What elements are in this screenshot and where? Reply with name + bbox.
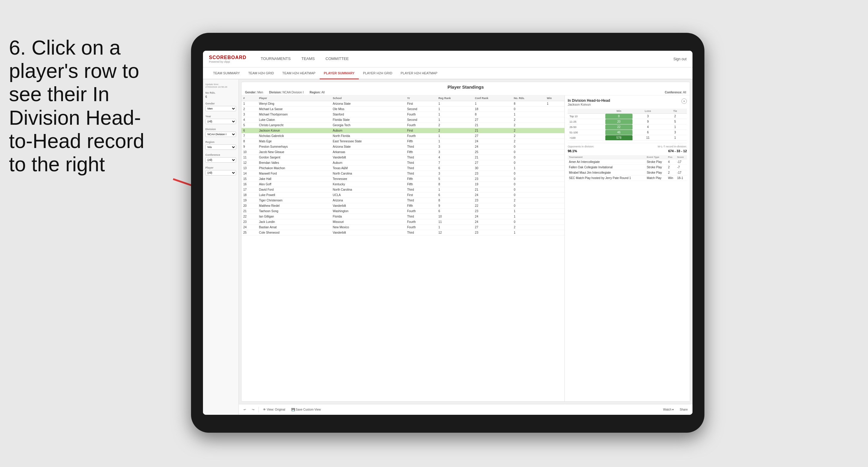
sidebar-update-time: Update time: 27/03/2024 16:56:26 (205, 83, 236, 88)
conference-select[interactable]: (All) (205, 157, 236, 163)
logo-powered: Powered by clippi (209, 60, 247, 63)
col-player: Player (257, 95, 331, 101)
sidebar-division: Division NCAA Division I (205, 128, 236, 137)
tournament-row: Fallen Oak Collegiate Invitational Strok… (568, 165, 687, 170)
sign-out-button[interactable]: Sign out (673, 57, 686, 61)
standings-header: Player Standings Gender: Men Division: N… (242, 82, 690, 95)
tab-player-h2h-heatmap[interactable]: PLAYER H2H HEATMAP (396, 67, 441, 80)
table-row[interactable]: 6 Jackson Koivun Auburn First 2 21 2 (242, 128, 564, 133)
table-row[interactable]: 9 Preston Summerhays Arizona State Third… (242, 144, 564, 150)
h2h-player-name: Jackson Koivun (568, 103, 610, 106)
table-row[interactable]: 14 Maxwell Ford North Carolina Third 3 2… (242, 171, 564, 176)
table-row[interactable]: 8 Mats Ege East Tennessee State Fifth 1 … (242, 139, 564, 144)
tab-team-summary[interactable]: TEAM SUMMARY (209, 67, 244, 80)
region-select[interactable]: N/a (205, 145, 236, 150)
h2h-title: In Division Head-to-Head (568, 98, 610, 103)
year-select[interactable]: (All) (205, 119, 236, 124)
tournament-row: Amer Ari Intercollegiate Stroke Play 4 -… (568, 159, 687, 165)
gender-select[interactable]: Men (205, 106, 236, 111)
tab-team-h2h-grid[interactable]: TEAM H2H GRID (244, 67, 278, 80)
table-row[interactable]: 21 Taehoon Song Washington Fourth 6 23 1 (242, 209, 564, 214)
table-row[interactable]: 15 Jake Hall Tennessee Fifth 5 23 0 (242, 176, 564, 182)
bottom-toolbar: ↩ ↪ 👁 View: Original 💾 Save Custom View … (239, 404, 692, 415)
watch-button[interactable]: Watch ▾ (661, 407, 676, 412)
nav-items: TOURNAMENTS TEAMS COMMITTEE (255, 51, 673, 67)
save-custom-button[interactable]: 💾 Save Custom View (289, 407, 323, 412)
table-row[interactable]: 22 Ian Gilligan Florida Third 10 24 1 (242, 214, 564, 219)
t-col-pos: Pos (667, 155, 676, 159)
table-row[interactable]: 5 Christo Lamprecht Georgia Tech Fourth … (242, 123, 564, 128)
table-row[interactable]: 12 Brendan Valles Auburn Third 7 27 0 (242, 160, 564, 166)
table-row[interactable]: 18 Luke Powell UCLA First 6 24 0 (242, 192, 564, 198)
wlt-value: 674 - 33 - 12 (668, 149, 687, 153)
standings-title: Player Standings (245, 85, 686, 90)
h2h-row: 26-50 22 4 1 (568, 124, 687, 130)
tab-player-h2h-grid[interactable]: PLAYER H2H GRID (359, 67, 396, 80)
tab-team-h2h-heatmap[interactable]: TEAM H2H HEATMAP (278, 67, 320, 80)
toolbar-separator-1 (258, 407, 259, 412)
h2h-table: Win Loss Tie Top 10 8 3 2 11-25 20 9 5 2… (568, 108, 687, 141)
table-row[interactable]: 13 Phichakon Maichon Texas A&M Third 6 3… (242, 166, 564, 171)
table-row[interactable]: 16 Alex Goff Kentucky Fifth 8 19 0 (242, 182, 564, 187)
table-row[interactable]: 20 Matthew Riedel Vanderbilt Fifth 9 22 … (242, 203, 564, 209)
table-row[interactable]: 2 Michael La Sasse Ole Miss Second 1 18 … (242, 106, 564, 112)
h2h-col-loss: Loss (632, 108, 663, 114)
opponents-section: Opponents in division: W-L-T record in-d… (568, 143, 687, 181)
table-row[interactable]: 3 Michael Thorbjornsen Stanford Fourth 1… (242, 112, 564, 117)
main-content: Update time: 27/03/2024 16:56:26 No Rds.… (203, 80, 692, 415)
table-row[interactable]: 19 Tiger Christensen Arizona Third 8 23 … (242, 198, 564, 203)
view-original-button[interactable]: 👁 View: Original (261, 407, 287, 412)
division-select[interactable]: NCAA Division I (205, 132, 236, 137)
redo-button[interactable]: ↪ (250, 407, 256, 412)
table-row[interactable]: 7 Nicholas Gabrelcik North Florida Fourt… (242, 133, 564, 139)
share-button[interactable]: Share (678, 407, 689, 412)
h2h-col-win: Win (605, 108, 632, 114)
table-row[interactable]: 17 David Ford North Carolina Third 1 21 … (242, 187, 564, 192)
table-row[interactable]: 24 Bastian Amat New Mexico Fourth 1 27 2 (242, 225, 564, 230)
col-reg-rank: Reg Rank (437, 95, 473, 101)
h2h-row: 11-25 20 9 5 (568, 119, 687, 124)
view-icon: 👁 (263, 408, 266, 411)
logo-area: SCOREBOARD Powered by clippi (209, 55, 247, 63)
h2h-close-button[interactable]: × (681, 98, 687, 104)
filter-conference: Conference: All (665, 91, 686, 94)
top-nav: SCOREBOARD Powered by clippi TOURNAMENTS… (203, 51, 692, 67)
opponents-label: Opponents in division: (568, 145, 594, 148)
wlt-label: W-L-T record in-division: (657, 145, 687, 148)
t-col-type: Event Type (646, 155, 667, 159)
standings-container: Player Standings Gender: Men Division: N… (241, 82, 690, 402)
table-row[interactable]: 10 Jacob New Gleaue Arkansas Fifth 3 25 … (242, 150, 564, 155)
nav-committee[interactable]: COMMITTEE (320, 51, 354, 67)
table-row[interactable]: 11 Gordon Sargent Vanderbilt Third 4 21 … (242, 155, 564, 160)
tournament-row: SEC Match Play hosted by Jerry Pate Roun… (568, 176, 687, 181)
table-row[interactable]: 4 Luke Claton Florida State Second 1 27 … (242, 117, 564, 123)
player-standings-table: # Player School Yr Reg Rank Conf Rank No… (242, 95, 564, 236)
standings-inner: # Player School Yr Reg Rank Conf Rank No… (242, 95, 690, 401)
col-school: School (331, 95, 405, 101)
nav-teams[interactable]: TEAMS (296, 51, 320, 67)
sidebar-region: Region N/a (205, 141, 236, 150)
col-yr: Yr (405, 95, 437, 101)
col-no-rds: No. Rds. (512, 95, 545, 101)
undo-button[interactable]: ↩ (242, 407, 248, 412)
table-row[interactable]: 23 Jack Lundin Missouri Fourth 11 24 0 (242, 219, 564, 225)
h2h-panel: In Division Head-to-Head Jackson Koivun … (564, 95, 690, 401)
h2h-col-tie: Tie (663, 108, 687, 114)
table-row[interactable]: 1 Wenyi Ding Arizona State First 1 1 8 1 (242, 101, 564, 106)
opponents-header: Opponents in division: W-L-T record in-d… (568, 145, 687, 148)
nav-tournaments[interactable]: TOURNAMENTS (255, 51, 296, 67)
tab-player-summary[interactable]: PLAYER SUMMARY (320, 67, 359, 80)
opponents-value: 98.1% (568, 149, 577, 153)
player-select[interactable]: (All) (205, 170, 236, 176)
table-row[interactable]: 25 Cole Sherwood Vanderbilt Third 12 23 … (242, 230, 564, 236)
sidebar-gender: Gender Men (205, 102, 236, 111)
col-conf-rank: Conf Rank (473, 95, 512, 101)
sidebar-player: Player (All) (205, 166, 236, 176)
sidebar-no-rds: No Rds. 6 (205, 91, 236, 98)
save-icon: 💾 (291, 408, 295, 411)
sidebar-year: Year (All) (205, 115, 236, 124)
content-area: Player Standings Gender: Men Division: N… (239, 80, 692, 415)
filter-region: Region: All (310, 91, 325, 94)
table-area: # Player School Yr Reg Rank Conf Rank No… (242, 95, 564, 401)
h2h-row: Top 10 8 3 2 (568, 114, 687, 119)
